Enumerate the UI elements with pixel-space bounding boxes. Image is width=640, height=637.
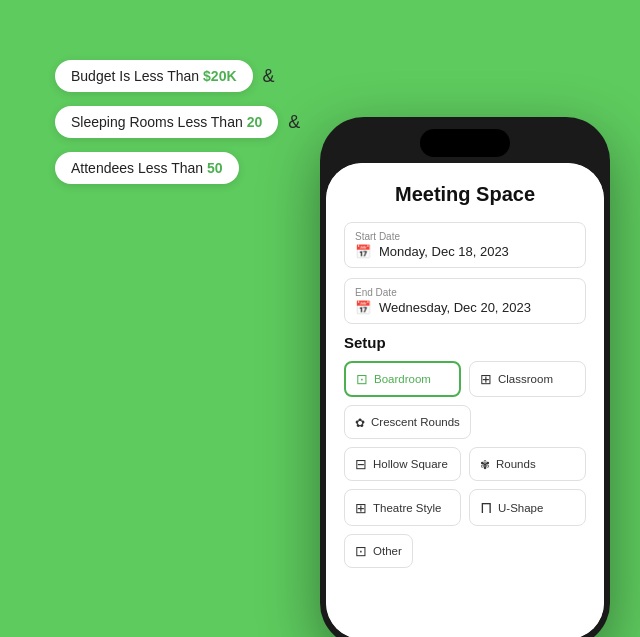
other-label: Other — [373, 545, 402, 557]
ushape-icon — [480, 498, 492, 517]
phone-frame: Meeting Space Start Date 📅 Monday, Dec 1… — [320, 117, 610, 637]
classroom-label: Classroom — [498, 373, 553, 385]
hollow-label: Hollow Square — [373, 458, 448, 470]
setup-item-ushape[interactable]: U-Shape — [469, 489, 586, 526]
boardroom-icon — [356, 371, 368, 387]
screen-title: Meeting Space — [344, 183, 586, 206]
hollow-icon — [355, 456, 367, 472]
setup-item-theatre[interactable]: Theatre Style — [344, 489, 461, 526]
filter-row-attendees: Attendees Less Than 50 — [55, 152, 300, 184]
end-date-label: End Date — [355, 287, 575, 298]
end-date-value-row: 📅 Wednesday, Dec 20, 2023 — [355, 300, 575, 315]
filter-area: Budget Is Less Than $20K & Sleeping Room… — [55, 60, 300, 184]
attendees-filter-text: Attendees Less Than 50 — [71, 160, 223, 176]
dynamic-island — [420, 129, 510, 157]
screen-content: Meeting Space Start Date 📅 Monday, Dec 1… — [326, 163, 604, 637]
sleeping-accent: 20 — [247, 114, 263, 130]
rounds-icon — [480, 456, 490, 472]
phone-screen: Meeting Space Start Date 📅 Monday, Dec 1… — [326, 163, 604, 637]
end-calendar-icon: 📅 — [355, 300, 371, 315]
end-date-field[interactable]: End Date 📅 Wednesday, Dec 20, 2023 — [344, 278, 586, 324]
filter-row-sleeping: Sleeping Rooms Less Than 20 & — [55, 106, 300, 138]
start-date-field[interactable]: Start Date 📅 Monday, Dec 18, 2023 — [344, 222, 586, 268]
theatre-label: Theatre Style — [373, 502, 441, 514]
crescent-icon — [355, 414, 365, 430]
classroom-icon — [480, 371, 492, 387]
end-date-value: Wednesday, Dec 20, 2023 — [379, 300, 531, 315]
setup-item-classroom[interactable]: Classroom — [469, 361, 586, 397]
setup-item-other[interactable]: Other — [344, 534, 413, 568]
sleeping-filter-badge[interactable]: Sleeping Rooms Less Than 20 — [55, 106, 278, 138]
start-date-value: Monday, Dec 18, 2023 — [379, 244, 509, 259]
budget-filter-badge[interactable]: Budget Is Less Than $20K — [55, 60, 253, 92]
theatre-icon — [355, 500, 367, 516]
attendees-accent: 50 — [207, 160, 223, 176]
start-calendar-icon: 📅 — [355, 244, 371, 259]
sleeping-filter-text: Sleeping Rooms Less Than 20 — [71, 114, 262, 130]
filter-row-budget: Budget Is Less Than $20K & — [55, 60, 300, 92]
setup-label: Setup — [344, 334, 586, 351]
setup-item-hollow[interactable]: Hollow Square — [344, 447, 461, 481]
budget-ampersand: & — [263, 66, 275, 87]
start-date-value-row: 📅 Monday, Dec 18, 2023 — [355, 244, 575, 259]
setup-item-rounds[interactable]: Rounds — [469, 447, 586, 481]
boardroom-label: Boardroom — [374, 373, 431, 385]
rounds-label: Rounds — [496, 458, 536, 470]
ushape-label: U-Shape — [498, 502, 543, 514]
setup-item-crescent[interactable]: Crescent Rounds — [344, 405, 471, 439]
crescent-label: Crescent Rounds — [371, 416, 460, 428]
other-icon — [355, 543, 367, 559]
budget-accent: $20K — [203, 68, 236, 84]
setup-grid: Boardroom Classroom Crescent Rounds Holl… — [344, 361, 586, 568]
attendees-filter-badge[interactable]: Attendees Less Than 50 — [55, 152, 239, 184]
budget-filter-text: Budget Is Less Than $20K — [71, 68, 237, 84]
setup-item-boardroom[interactable]: Boardroom — [344, 361, 461, 397]
sleeping-ampersand: & — [288, 112, 300, 133]
start-date-label: Start Date — [355, 231, 575, 242]
